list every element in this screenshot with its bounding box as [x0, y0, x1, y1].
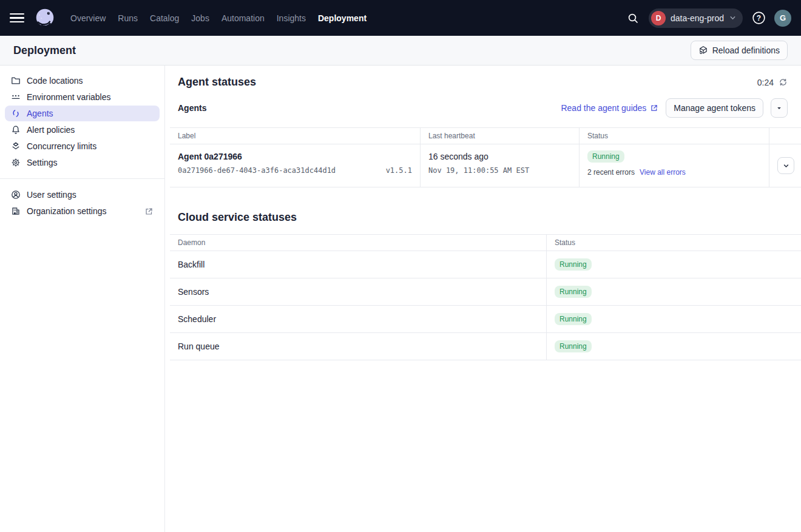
external-link-icon [650, 104, 658, 112]
external-link-icon [144, 207, 154, 216]
reload-definitions-button[interactable]: Reload definitions [691, 41, 788, 60]
daemon-name: Scheduler [170, 306, 546, 332]
user-icon [11, 190, 21, 200]
agents-subtitle: Agents [178, 103, 206, 113]
sidebar-item-concurrency-limits[interactable]: Concurrency limits [5, 138, 160, 154]
heartbeat-relative: 16 seconds ago [428, 152, 571, 161]
nav-insights[interactable]: Insights [275, 10, 308, 27]
sidebar-item-organization-settings[interactable]: Organization settings [5, 203, 160, 219]
chevron-down-icon [729, 14, 737, 22]
daemon-name: Backfill [170, 251, 546, 278]
agent-status-cell: Running 2 recent errors View all errors [579, 144, 769, 187]
agent-table-row: Agent 0a271966 0a271966-de67-4043-a3f6-a… [170, 144, 801, 187]
sidebar-divider [0, 178, 164, 179]
agent-version: v1.5.1 [386, 166, 412, 175]
deployment-sidebar: Code locations Environment variables Age… [0, 66, 165, 532]
hamburger-menu-icon[interactable] [10, 10, 25, 26]
sidebar-item-user-settings[interactable]: User settings [5, 187, 160, 203]
page-title: Deployment [13, 44, 76, 57]
agent-guides-link[interactable]: Read the agent guides [561, 103, 658, 113]
heartbeat-timestamp: Nov 19, 11:00:55 AM EST [428, 166, 571, 175]
agent-id: 0a271966-de67-4043-a3f6-aca31dc44d1d [178, 166, 336, 175]
daemon-row-sensors: Sensors Running [170, 278, 801, 306]
agent-actions-dropdown-button[interactable] [771, 98, 788, 118]
refresh-countdown: 0:24 [757, 78, 788, 87]
agents-table: Label Last heartbeat Status Agent 0a2719… [170, 127, 801, 187]
column-header-status: Status [546, 235, 801, 251]
column-header-daemon: Daemon [170, 235, 546, 251]
agents-page-content: Agent statuses 0:24 Agents Read the agen… [165, 66, 801, 532]
recent-errors-text: 2 recent errors [587, 168, 635, 177]
refresh-icon[interactable] [779, 78, 788, 87]
sidebar-item-agents[interactable]: Agents [5, 106, 160, 121]
user-avatar[interactable]: G [774, 10, 791, 27]
agent-icon [11, 109, 21, 118]
building-icon [11, 206, 21, 216]
daemon-status-cell: Running [546, 251, 801, 278]
deployment-switcher[interactable]: D data-eng-prod [649, 8, 743, 28]
column-header-label: Label [170, 128, 420, 144]
daemon-name: Run queue [170, 333, 546, 360]
sidebar-item-settings[interactable]: Settings [5, 155, 160, 170]
status-badge: Running [555, 340, 592, 352]
nav-jobs[interactable]: Jobs [189, 10, 211, 27]
reload-definitions-icon [698, 45, 708, 55]
deployment-initial-badge: D [651, 11, 666, 25]
status-badge: Running [587, 150, 624, 163]
agent-row-expand-button[interactable] [777, 157, 794, 174]
search-icon[interactable] [625, 10, 641, 26]
agents-table-header: Label Last heartbeat Status [170, 127, 801, 144]
agent-heartbeat-cell: 16 seconds ago Nov 19, 11:00:55 AM EST [420, 144, 579, 187]
column-header-last-heartbeat: Last heartbeat [420, 128, 579, 144]
nav-deployment[interactable]: Deployment [316, 10, 368, 27]
page-header: Deployment Reload definitions [0, 36, 801, 66]
agent-label-cell: Agent 0a271966 0a271966-de67-4043-a3f6-a… [170, 144, 420, 187]
nav-overview[interactable]: Overview [69, 10, 107, 27]
layers-icon [11, 141, 21, 151]
top-navigation-bar: Overview Runs Catalog Jobs Automation In… [0, 0, 801, 36]
deployment-name: data-eng-prod [671, 13, 724, 23]
status-badge: Running [555, 313, 592, 325]
daemon-status-cell: Running [546, 278, 801, 305]
sidebar-item-alert-policies[interactable]: Alert policies [5, 122, 160, 138]
caret-down-icon [776, 104, 783, 112]
cloud-table-header: Daemon Status [170, 234, 801, 251]
status-badge: Running [555, 258, 592, 271]
folder-icon [11, 76, 21, 86]
nav-catalog[interactable]: Catalog [148, 10, 181, 27]
daemon-status-cell: Running [546, 333, 801, 360]
countdown-value: 0:24 [757, 78, 774, 87]
nav-runs[interactable]: Runs [116, 10, 140, 27]
sidebar-item-environment-variables[interactable]: Environment variables [5, 89, 160, 105]
agent-name: Agent 0a271966 [178, 152, 412, 161]
svg-text:?: ? [756, 14, 760, 22]
dagster-logo-icon[interactable] [33, 7, 56, 30]
sidebar-item-code-locations[interactable]: Code locations [5, 73, 160, 89]
view-all-errors-link[interactable]: View all errors [640, 168, 686, 177]
nav-automation[interactable]: Automation [220, 10, 266, 27]
column-header-actions [769, 128, 801, 144]
manage-agent-tokens-button[interactable]: Manage agent tokens [666, 98, 763, 118]
daemon-row-scheduler: Scheduler Running [170, 306, 801, 333]
daemon-status-cell: Running [546, 306, 801, 332]
primary-nav: Overview Runs Catalog Jobs Automation In… [69, 10, 368, 27]
agent-row-actions-cell [769, 144, 801, 187]
chevron-down-icon [782, 162, 790, 170]
cloud-service-statuses-title: Cloud service statuses [178, 211, 788, 224]
column-header-status: Status [579, 128, 769, 144]
cloud-services-table: Daemon Status Backfill Running Sensors R… [170, 234, 801, 360]
daemon-name: Sensors [170, 278, 546, 305]
agent-statuses-title: Agent statuses [178, 76, 256, 89]
gear-icon [11, 158, 21, 167]
help-icon[interactable]: ? [751, 10, 766, 26]
variables-icon [11, 92, 21, 102]
daemon-row-backfill: Backfill Running [170, 251, 801, 278]
status-badge: Running [555, 286, 592, 298]
daemon-row-run-queue: Run queue Running [170, 333, 801, 360]
bell-icon [11, 125, 21, 135]
